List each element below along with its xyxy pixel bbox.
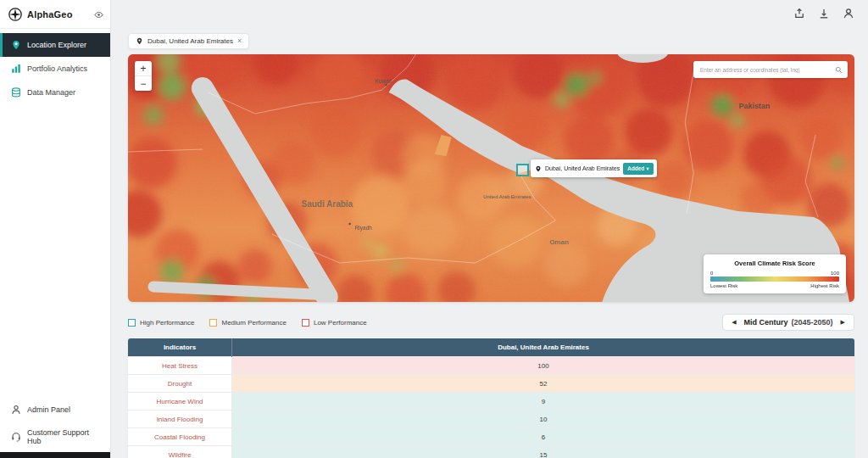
- indicator-value: 10: [232, 411, 855, 428]
- marker-tooltip: Dubai, United Arab Emirates Added▾: [531, 159, 657, 177]
- indicator-value: 52: [232, 375, 855, 393]
- sidebar-item-label: Admin Panel: [27, 405, 70, 414]
- sidebar-item-portfolio-analytics[interactable]: Portfolio Analytics: [0, 57, 110, 81]
- table-row: Coastal Flooding 6: [128, 428, 854, 446]
- risk-legend-title: Overall Climate Risk Score: [710, 260, 839, 267]
- next-period-arrow[interactable]: ▶: [841, 319, 845, 326]
- sidebar-item-customer-support[interactable]: Customer Support Hub: [0, 422, 110, 452]
- legend-low-performance: Low Performance: [302, 319, 367, 327]
- risk-score-legend: Overall Climate Risk Score 0 100 Lowest …: [704, 254, 846, 293]
- pin-icon: [136, 37, 143, 45]
- account-icon[interactable]: [843, 8, 854, 20]
- legend-high-performance: High Performance: [128, 319, 194, 327]
- table-row: Heat Stress 100: [128, 357, 854, 375]
- map-label-saudi-arabia: Saudi Arabia: [302, 199, 353, 209]
- time-period-label: Mid Century: [744, 318, 788, 327]
- indicator-value: 6: [232, 428, 855, 446]
- performance-legend-row: High Performance Medium Performance Low …: [128, 314, 854, 331]
- column-header-location: Dubai, United Arab Emirates: [232, 338, 855, 357]
- map-label-riyadh: Riyadh: [355, 225, 373, 232]
- brand-header: AlphaGeo: [0, 0, 110, 29]
- export-icon[interactable]: [793, 8, 805, 20]
- time-period-range: (2045-2050): [792, 318, 833, 327]
- sidebar-item-location-explorer[interactable]: Location Explorer: [0, 33, 110, 57]
- low-performance-swatch: [302, 319, 309, 327]
- pin-icon: [535, 165, 542, 172]
- zoom-in-button[interactable]: +: [135, 61, 152, 75]
- sidebar: AlphaGeo Location Explorer: [0, 0, 111, 458]
- sidebar-item-label: Location Explorer: [27, 41, 86, 49]
- indicator-value: 15: [232, 446, 855, 458]
- indicator-name: Wildfire: [128, 446, 232, 458]
- medium-performance-swatch: [209, 319, 217, 327]
- headset-icon: [11, 432, 21, 442]
- database-icon: [11, 87, 21, 98]
- sidebar-bottom-strip: [0, 452, 110, 458]
- indicator-name: Inland Flooding: [128, 411, 232, 428]
- indicator-value: 100: [232, 357, 855, 375]
- selected-locations-row: Dubai, United Arab Emirates ×: [128, 33, 854, 49]
- indicator-name: Heat Stress: [128, 357, 232, 375]
- map-search-box: [693, 61, 848, 78]
- bar-chart-icon: [11, 64, 21, 74]
- app-window: AlphaGeo Location Explorer: [0, 0, 868, 458]
- sidebar-item-label: Customer Support Hub: [27, 428, 102, 445]
- location-chip[interactable]: Dubai, United Arab Emirates ×: [128, 33, 249, 49]
- sidebar-item-data-manager[interactable]: Data Manager: [0, 81, 110, 104]
- header-actions: [128, 7, 854, 20]
- download-icon[interactable]: [818, 8, 830, 20]
- indicator-name: Coastal Flooding: [128, 428, 232, 446]
- legend-medium-performance: Medium Performance: [209, 319, 286, 327]
- marker-tooltip-label: Dubai, United Arab Emirates: [545, 165, 620, 171]
- table-header-row: Indicators Dubai, United Arab Emirates: [128, 338, 854, 357]
- main-content: Dubai, United Arab Emirates ×: [111, 0, 868, 458]
- column-header-indicators: Indicators: [128, 338, 232, 357]
- indicator-name: Hurricane Wind: [128, 393, 232, 411]
- close-icon[interactable]: ×: [237, 37, 242, 45]
- chevron-down-icon: ▾: [647, 165, 649, 172]
- zoom-out-button[interactable]: −: [135, 75, 152, 91]
- previous-period-arrow[interactable]: ◀: [732, 319, 736, 326]
- map-search-input[interactable]: [698, 66, 835, 74]
- risk-max-value: 100: [831, 271, 839, 276]
- high-performance-swatch: [128, 319, 136, 327]
- location-pin-icon: [11, 40, 21, 50]
- risk-max-label: Highest Risk: [810, 283, 839, 288]
- sidebar-footer: Admin Panel Customer Support Hub: [0, 398, 110, 452]
- table-row: Wildfire 15: [128, 446, 854, 458]
- table-row: Drought 52: [128, 375, 854, 393]
- indicators-table: Indicators Dubai, United Arab Emirates H…: [128, 338, 854, 458]
- brand-name: AlphaGeo: [27, 9, 73, 20]
- sidebar-item-label: Portfolio Analytics: [27, 64, 87, 73]
- risk-gradient-bar: [710, 276, 839, 282]
- search-icon: [835, 66, 843, 74]
- risk-min-label: Lowest Risk: [710, 283, 737, 288]
- climate-risk-map[interactable]: Kuwait Saudi Arabia Riyadh Pakistan Oman…: [128, 54, 854, 302]
- map-label-pakistan: Pakistan: [739, 102, 771, 110]
- map-marker-dubai[interactable]: [516, 164, 529, 176]
- sidebar-item-admin-panel[interactable]: Admin Panel: [0, 398, 110, 422]
- zoom-control: + −: [135, 61, 152, 91]
- map-label-uae: United Arab Emirates: [483, 194, 531, 199]
- table-row: Inland Flooding 10: [128, 411, 854, 428]
- time-period-selector: ◀ Mid Century (2045-2050) ▶: [722, 314, 854, 331]
- indicators-table-card: Indicators Dubai, United Arab Emirates H…: [128, 338, 854, 458]
- compass-logo-icon: [8, 7, 23, 22]
- eye-icon[interactable]: [94, 10, 103, 20]
- risk-min-value: 0: [710, 271, 713, 276]
- map-label-kuwait: Kuwait: [376, 78, 392, 84]
- person-icon: [11, 405, 21, 415]
- sidebar-item-label: Data Manager: [27, 88, 75, 97]
- location-chip-label: Dubai, United Arab Emirates: [147, 37, 233, 45]
- indicator-value: 9: [232, 393, 855, 411]
- map-label-oman: Oman: [549, 238, 569, 246]
- sidebar-nav: Location Explorer Portfolio Analytics: [0, 33, 110, 104]
- indicator-name: Drought: [128, 375, 232, 393]
- added-button[interactable]: Added▾: [623, 163, 654, 175]
- table-row: Hurricane Wind 9: [128, 393, 854, 411]
